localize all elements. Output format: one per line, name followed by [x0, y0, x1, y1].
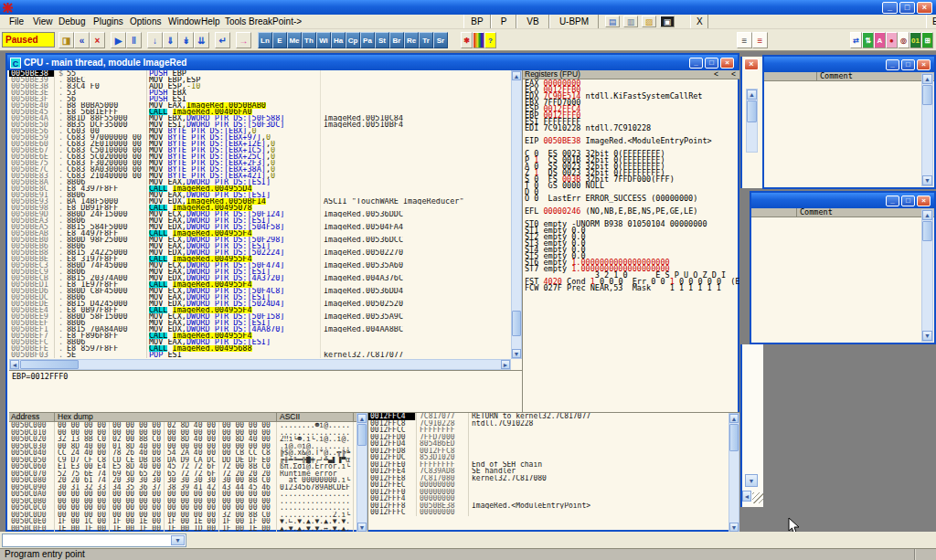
record-icon[interactable]: ●	[886, 32, 898, 48]
letter-button-br[interactable]: Br	[389, 32, 404, 48]
disasm-row[interactable]: 0050BED6.8B0D C8F45000MOV ECX,DWORD PTR …	[9, 288, 511, 294]
disasm-row[interactable]: 0050BEFC.8B06MOV EAX,DWORD PTR DS:[ESI]	[9, 339, 511, 345]
disasm-row[interactable]: 0050BF03.5EPOP ESIkernel32.7C817077	[9, 352, 511, 358]
log-list-icon[interactable]: ≡	[737, 32, 752, 48]
stack-row[interactable]: 0012FFE87C817080kernel32.7C817080	[368, 475, 729, 482]
scroll-thumb[interactable]	[20, 360, 79, 369]
disasm-row[interactable]: 0050BE59.C683 97000000 00MOV BYTE PTR DS…	[9, 134, 511, 141]
disasm-row[interactable]: 0050BED1.E8 1E97F8FFCALL ImageRed.004955…	[9, 281, 511, 288]
menu-item-options[interactable]: Options	[124, 15, 166, 28]
console-icon[interactable]: ▣	[660, 16, 675, 27]
ascii-icon[interactable]: A	[874, 32, 886, 48]
menu-edge-item[interactable]: E	[926, 15, 936, 28]
menu-item-p[interactable]: P	[491, 15, 516, 28]
win-minimize-button[interactable]: _	[886, 59, 899, 70]
run-button[interactable]: ▶	[111, 32, 126, 48]
disasm-row[interactable]: 0050BEC9.8B06MOV EAX,DWORD PTR DS:[ESI]	[9, 269, 511, 275]
win-close-button[interactable]: ×	[917, 59, 931, 70]
dump-row[interactable]: 0050C08020 20 61 7420 30 30 3030 30 30 3…	[9, 477, 356, 484]
scroll-up-icon[interactable]: ▲	[357, 414, 367, 423]
notes-icon[interactable]: ▤	[605, 16, 620, 27]
disasm-row[interactable]: 0050BEE4.E8 0B97F8FFCALL ImageRed.004955…	[9, 307, 511, 313]
cpu-restore-button[interactable]: □	[705, 58, 718, 69]
dump-row[interactable]: 0050C0E01F 00 1C 001F 00 1E 001F 00 1E 0…	[9, 518, 356, 525]
gear-icon[interactable]: ✱	[461, 32, 473, 48]
stack-row[interactable]: 0012FFE0FFFFFFFFEnd of SEH chain	[368, 461, 729, 469]
scroll-left-icon[interactable]: ◄	[10, 360, 19, 369]
disasm-row[interactable]: 0050BEFE.E8 8597F8FFCALL ImageRed.004956…	[9, 345, 511, 352]
disassembly-hscrollbar[interactable]: ◄ ►	[9, 359, 511, 370]
dump-row[interactable]: 0050C03000 8D 40 0001 8D 40 0000 00 00 0…	[9, 443, 356, 450]
trace-into-button[interactable]: ↡	[178, 32, 194, 48]
register-line[interactable]: EIP 0050BE38 ImageRed.<ModuleEntryPoint>	[525, 138, 739, 144]
scroll-up-icon[interactable]: ▲	[512, 71, 521, 80]
letter-button-ha[interactable]: Ha	[331, 32, 346, 48]
disasm-row[interactable]: 0050BE67.C683 C5010000 00MOV BYTE PTR DS…	[9, 147, 511, 153]
comment-top-vscrollbar[interactable]: ▲ ▼	[921, 73, 933, 186]
win-close-button[interactable]: ×	[917, 195, 931, 206]
disasm-row[interactable]: 0050BE91.8B06MOV EAX,DWORD PTR DS:[ESI]	[9, 192, 511, 198]
menu-item-debug[interactable]: Debug	[53, 15, 90, 28]
combo-dropdown-icon[interactable]: ▼	[171, 535, 185, 545]
disasm-row[interactable]: 0050BE38$55PUSH EBP	[9, 70, 511, 77]
disasm-row[interactable]: 0050BE3F.56PUSH ESI	[9, 96, 511, 102]
register-line[interactable]: EDI 7C910228 ntdll.7C910228	[525, 125, 739, 132]
disasm-row[interactable]: 0050BE39.8BECMOV EBP,ESP	[9, 77, 511, 83]
stack-row[interactable]: 0012FFD48054B6ED	[368, 440, 729, 448]
dump-row[interactable]: 0050C0D000 00 00 0000 00 00 0000 00 00 0…	[9, 512, 356, 519]
execute-till-return-button[interactable]: ↵	[215, 32, 230, 48]
disasm-row[interactable]: 0050BE40.B8 B0BA5000MOV EAX,ImageRed.005…	[9, 102, 511, 109]
dump-row[interactable]: 0050C0F01E 00 1F 001E 00 1F 001F 00 1D 0…	[9, 525, 356, 533]
disasm-row[interactable]: 0050BE7C.C683 8A030000 00MOV BYTE PTR DS…	[9, 166, 511, 173]
scroll-right-icon[interactable]: ►	[501, 360, 510, 369]
letter-button-wi[interactable]: Wi	[316, 32, 331, 48]
dump-row[interactable]: 0050C0C000 00 00 0000 00 00 0000 00 00 0…	[9, 504, 356, 512]
stack-row[interactable]: 0012FFE47C839AD8SE handler	[368, 468, 729, 475]
letter-button-pa[interactable]: Pa	[360, 32, 375, 48]
restore-button[interactable]: □	[899, 2, 915, 14]
help-icon[interactable]: ?	[484, 32, 496, 48]
disasm-row[interactable]: 0050BE56.C603 00MOV BYTE PTR DS:[EBX],0	[9, 128, 511, 134]
close-button[interactable]: ×	[917, 2, 932, 14]
disasm-row[interactable]: 0050BE6E.C683 5C020000 00MOV BYTE PTR DS…	[9, 153, 511, 160]
cpu-minimize-button[interactable]: _	[689, 58, 703, 69]
command-combobox[interactable]: ▼	[2, 534, 186, 547]
spiral-icon[interactable]: ◎	[898, 32, 909, 48]
comment-middle-vscrollbar[interactable]: ▲ ▼	[921, 209, 933, 342]
dump-row[interactable]: 0050C050C9 D7 CF C8CD CE DB D8DA D9 CA D…	[9, 457, 356, 464]
disasm-row[interactable]: 0050BE83.C683 21040000 00MOV BYTE PTR DS…	[9, 173, 511, 179]
register-line[interactable]: O 0 LastErr ERROR_SUCCESS (00000000)	[525, 195, 739, 202]
disasm-row[interactable]: 0050BE60.C683 2E010000 00MOV BYTE PTR DS…	[9, 141, 511, 147]
stack-vscrollbar[interactable]: ▲ ▼	[729, 413, 739, 533]
menu-item-breakpoint[interactable]: BreakPoint->	[243, 15, 307, 28]
window-grid-icon[interactable]: ⊞	[921, 32, 933, 48]
stack-row[interactable]: 0012FFF400000000	[368, 495, 729, 502]
disasm-row[interactable]: 0050BE98.E8 DB91F8FFCALL ImageRed.004950…	[9, 205, 511, 211]
step-into-button[interactable]: ↓	[147, 32, 163, 48]
scroll-thumb[interactable]	[729, 424, 739, 451]
disasm-row[interactable]: 0050BE4A.8B1D 88F55000MOV EBX,DWORD PTR …	[9, 115, 511, 122]
scroll-thumb[interactable]	[922, 221, 932, 241]
colors-icon[interactable]	[473, 32, 484, 48]
letter-button-e[interactable]: E	[272, 32, 287, 48]
menu-item-file[interactable]: File	[4, 15, 29, 28]
disasm-row[interactable]: 0050BE93.BA 14BF5000MOV EDX,ImageRed.005…	[9, 198, 511, 205]
folder-icon[interactable]: ▨	[642, 16, 656, 27]
minimize-button[interactable]: _	[882, 2, 898, 14]
letter-button-st[interactable]: St	[375, 32, 389, 48]
dump-row[interactable]: 0050C0A000 00 00 0000 00 00 0000 00 00 0…	[9, 491, 356, 498]
scroll-thumb[interactable]	[357, 424, 367, 446]
dump-row[interactable]: 0050C0B000 00 00 0000 00 00 0000 00 00 0…	[9, 498, 356, 505]
dump-row[interactable]: 0050C09030 31 32 3334 35 36 3738 39 41 4…	[9, 484, 356, 491]
stack-row[interactable]: 0012FFF80050BE38ImageRed.<ModuleEntryPoi…	[368, 502, 729, 510]
cpu-close-button[interactable]: ×	[720, 58, 734, 69]
disasm-row[interactable]: 0050BEF1.8B15 70A84A00MOV EDX,DWORD PTR …	[9, 326, 511, 333]
letter-button-ln[interactable]: Ln	[258, 32, 272, 48]
menu-item-plugins[interactable]: Plugins	[88, 15, 129, 28]
disasm-row[interactable]: 0050BEA3.8B06MOV EAX,DWORD PTR DS:[ESI]	[9, 217, 511, 224]
scroll-down-icon[interactable]: ▼	[745, 474, 758, 487]
cpu-titlebar[interactable]: C CPU - main thread, module ImageRed _ □…	[7, 55, 738, 70]
comment-window-middle-titlebar[interactable]: _ □ ×	[751, 193, 934, 208]
book-icon[interactable]: ▥	[623, 16, 638, 27]
disasm-row[interactable]: 0050BEB0.8B0D 98F25000MOV ECX,DWORD PTR …	[9, 237, 511, 243]
